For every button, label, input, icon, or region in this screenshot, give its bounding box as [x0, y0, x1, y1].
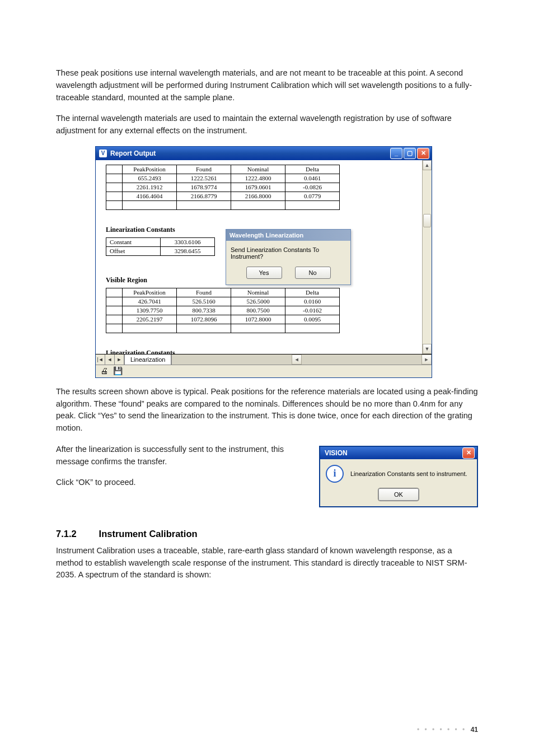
scroll-down-icon[interactable]: ▼	[423, 344, 432, 354]
table-row: Constant 3303.6106	[106, 237, 215, 246]
cell: -0.0162	[285, 306, 340, 315]
hscroll-right-icon[interactable]: ►	[421, 354, 432, 365]
cell: Offset	[106, 246, 161, 255]
print-icon[interactable]: 🖨	[99, 366, 109, 376]
table-row: 426.7041 526.5160 526.5000 0.0160	[106, 297, 340, 306]
table-header: PeakPosition	[123, 288, 177, 297]
nir-peak-table: PeakPosition Found Nominal Delta 655.249…	[106, 165, 340, 210]
table-header: Found	[177, 288, 231, 297]
app-icon: V	[99, 150, 107, 157]
footer-dots-icon: • • • • • • •	[417, 726, 466, 734]
cell: 3303.6106	[161, 237, 215, 246]
cell: 1679.0601	[231, 183, 285, 192]
scroll-up-icon[interactable]: ▲	[423, 160, 432, 170]
table-header: Delta	[285, 165, 340, 174]
cell: 1072.8000	[231, 315, 285, 324]
cell: 526.5160	[177, 297, 231, 306]
info-icon: i	[326, 465, 344, 483]
cell: Constant	[106, 237, 161, 246]
vertical-scrollbar[interactable]: ▲ ▼	[422, 160, 432, 354]
cell: 2261.1912	[123, 183, 177, 192]
constants-table: Constant 3303.6106 Offset 3298.6455	[106, 237, 215, 256]
heading-text: Instrument Calibration	[99, 529, 198, 539]
cell: 1678.9774	[177, 183, 231, 192]
window-titlebar[interactable]: V Report Output _ ▢ ✕	[96, 147, 432, 160]
cell: 526.5000	[231, 297, 285, 306]
cell: 426.7041	[123, 297, 177, 306]
scrollbar-thumb[interactable]	[423, 214, 431, 227]
table-header: PeakPosition	[123, 165, 177, 174]
tab-next-icon[interactable]: ►	[115, 354, 124, 365]
table-row: 2205.2197 1072.8096 1072.8000 0.0095	[106, 315, 340, 324]
paragraph: The results screen shown above is typica…	[56, 386, 478, 435]
cell: 3298.6455	[161, 246, 215, 255]
table-header: Nominal	[231, 165, 285, 174]
ok-button[interactable]: OK	[378, 488, 419, 501]
heading-number: 7.1.2	[56, 529, 96, 539]
dialog-message: Send Linearization Constants To Instrume…	[231, 246, 346, 260]
cell: 2205.2197	[123, 315, 177, 324]
table-header: Delta	[285, 288, 340, 297]
horizontal-scrollbar[interactable]: ◄ ►	[171, 354, 432, 365]
dialog-message: Linearization Constants sent to instrume…	[350, 470, 467, 477]
dialog-title: VISION	[325, 449, 462, 457]
table-header: Found	[177, 165, 231, 174]
table-row: 2261.1912 1678.9774 1679.0601 -0.0826	[106, 183, 340, 192]
cell: 800.7338	[177, 306, 231, 315]
save-icon[interactable]: 💾	[113, 366, 123, 376]
scrollbar-track[interactable]	[423, 170, 432, 344]
cell: -0.0826	[285, 183, 340, 192]
cell: 4166.4604	[123, 192, 177, 200]
cell: 800.7500	[231, 306, 285, 315]
no-button[interactable]: No	[295, 267, 331, 279]
instrument-calibration-heading: 7.1.2 Instrument Calibration	[56, 529, 478, 539]
vision-info-dialog: VISION ✕ i Linearization Constants sent …	[319, 446, 478, 507]
sheet-tab-linearization[interactable]: Linearization	[124, 354, 171, 365]
cell: 1072.8096	[177, 315, 231, 324]
table-row: 655.2493 1222.5261 1222.4800 0.0461	[106, 174, 340, 183]
cell: 1309.7750	[123, 306, 177, 315]
page-footer: • • • • • • • 41	[417, 726, 478, 734]
cell: 2166.8000	[231, 192, 285, 200]
cell: 0.0779	[285, 192, 340, 200]
table-row	[106, 200, 340, 209]
minimize-button[interactable]: _	[390, 148, 402, 159]
table-row: 1309.7750 800.7338 800.7500 -0.0162	[106, 306, 340, 315]
table-header: Nominal	[231, 288, 285, 297]
sheet-tab-nav[interactable]: |◄ ◄ ►	[96, 354, 124, 365]
dialog-title[interactable]: Wavelength Linearization	[226, 230, 350, 241]
tab-prev-icon[interactable]: ◄	[105, 354, 115, 365]
maximize-button[interactable]: ▢	[404, 148, 416, 159]
cell: 1222.5261	[177, 174, 231, 183]
paragraph: The internal wavelength materials are us…	[56, 113, 478, 137]
cell: 2166.8779	[177, 192, 231, 200]
paragraph: Instrument Calibration uses a traceable,…	[56, 545, 478, 581]
hscroll-left-icon[interactable]: ◄	[292, 354, 302, 365]
close-button[interactable]: ✕	[462, 447, 475, 459]
paragraph: These peak positions use internal wavele…	[56, 67, 478, 104]
linearization-constants-heading-2: Linearization Constants	[106, 349, 422, 354]
yes-button[interactable]: Yes	[246, 267, 282, 279]
cell: 655.2493	[123, 174, 177, 183]
close-button[interactable]: ✕	[417, 148, 429, 159]
visible-peak-table: PeakPosition Found Nominal Delta 426.704…	[106, 288, 340, 333]
cell: 0.0461	[285, 174, 340, 183]
report-output-window: V Report Output _ ▢ ✕ PeakPosition Found	[95, 146, 432, 378]
table-row: Offset 3298.6455	[106, 246, 215, 255]
dialog-titlebar[interactable]: VISION ✕	[320, 447, 477, 459]
window-title: Report Output	[110, 150, 390, 157]
table-row	[106, 324, 340, 333]
cell: 0.0160	[285, 297, 340, 306]
table-row: 4166.4604 2166.8779 2166.8000 0.0779	[106, 192, 340, 200]
tab-first-icon[interactable]: |◄	[96, 354, 105, 365]
page-number: 41	[471, 726, 478, 734]
wavelength-linearization-dialog: Wavelength Linearization Send Linearizat…	[226, 229, 351, 285]
cell: 1222.4800	[231, 174, 285, 183]
cell: 0.0095	[285, 315, 340, 324]
